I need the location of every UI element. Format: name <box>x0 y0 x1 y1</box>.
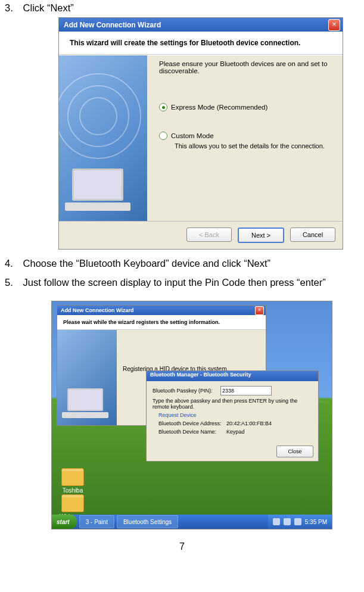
window-title: Add New Connection Wizard <box>61 307 133 313</box>
tray-icon[interactable] <box>284 518 291 525</box>
radio-custom-mode[interactable]: Custom Mode <box>159 132 334 140</box>
desktop-screenshot: Toshiba Widcomm Add New Connection Wizar… <box>51 301 332 529</box>
radio-icon[interactable] <box>159 132 167 140</box>
device-address-value: 20:42:A1:00:FB:B4 <box>226 420 272 426</box>
titlebar[interactable]: Add New Connection Wizard × <box>59 18 343 32</box>
step-3: 3. Click “Next” <box>5 2 359 14</box>
step-5: 5. Just follow the screen display to inp… <box>20 273 359 292</box>
wizard-instruction: Please ensure your Bluetooth devices are… <box>159 60 334 74</box>
titlebar[interactable]: Bluetooth Manager - Bluetooth Security <box>147 371 318 381</box>
passkey-label: Bluetooth Passkey (PIN): <box>153 388 217 394</box>
step-number: 3. <box>5 2 20 14</box>
request-device-link: Request Device <box>158 412 312 418</box>
step-number: 5. <box>5 273 20 292</box>
close-icon[interactable]: × <box>255 306 264 315</box>
tray-icon[interactable] <box>294 518 301 525</box>
window-title: Add New Connection Wizard <box>64 21 161 29</box>
step-text: Click “Next” <box>23 2 74 13</box>
passkey-input[interactable] <box>220 386 272 395</box>
step-text: Choose the “Bluetooth Keyboard” device a… <box>23 258 270 269</box>
wizard-sidebar-art <box>57 330 117 425</box>
device-name-value: Keypad <box>226 429 245 435</box>
wizard-banner: Please wait while the wizard registers t… <box>57 315 266 330</box>
device-name-label: Bluetooth Device Name: <box>158 429 223 435</box>
radio-label: Custom Mode <box>171 132 214 139</box>
taskbar[interactable]: start 3 - Paint Bluetooth Settings 5:35 … <box>52 515 332 529</box>
wizard-add-connection: Add New Connection Wizard × This wizard … <box>58 17 343 250</box>
cancel-button[interactable]: Cancel <box>290 228 335 242</box>
titlebar[interactable]: Add New Connection Wizard × <box>57 306 266 315</box>
system-tray[interactable]: 5:35 PM <box>268 515 332 529</box>
step-text: Just follow the screen display to input … <box>23 277 326 288</box>
close-button[interactable]: Close <box>276 445 313 457</box>
page-number: 7 <box>5 541 359 552</box>
device-address-label: Bluetooth Device Address: <box>158 420 223 426</box>
next-button[interactable]: Next > <box>238 228 284 243</box>
back-button[interactable]: < Back <box>186 228 232 242</box>
custom-mode-hint: This allows you to set the details for t… <box>175 142 334 149</box>
tray-icon[interactable] <box>273 518 280 525</box>
wizard-sidebar-art <box>59 55 147 221</box>
folder-label: Toshiba <box>57 487 89 494</box>
radio-icon[interactable] <box>159 103 167 111</box>
folder-icon <box>61 468 84 486</box>
bluetooth-security-dialog: Bluetooth Manager - Bluetooth Security B… <box>146 370 319 462</box>
taskbar-item-bluetooth[interactable]: Bluetooth Settings <box>117 515 178 528</box>
close-icon[interactable]: × <box>328 19 340 31</box>
desktop-folder-toshiba[interactable]: Toshiba <box>57 468 89 494</box>
radio-express-mode[interactable]: Express Mode (Recommended) <box>159 103 334 111</box>
folder-icon <box>61 494 84 512</box>
start-button[interactable]: start <box>52 515 77 529</box>
radio-label: Express Mode (Recommended) <box>171 104 267 111</box>
step-4: 4. Choose the “Bluetooth Keyboard” devic… <box>5 258 359 269</box>
step-number: 4. <box>5 258 20 269</box>
wizard-banner: This wizard will create the settings for… <box>59 32 343 55</box>
taskbar-item-paint[interactable]: 3 - Paint <box>79 515 114 528</box>
passkey-hint: Type the above passkey and then press EN… <box>153 398 312 410</box>
clock: 5:35 PM <box>305 519 327 525</box>
